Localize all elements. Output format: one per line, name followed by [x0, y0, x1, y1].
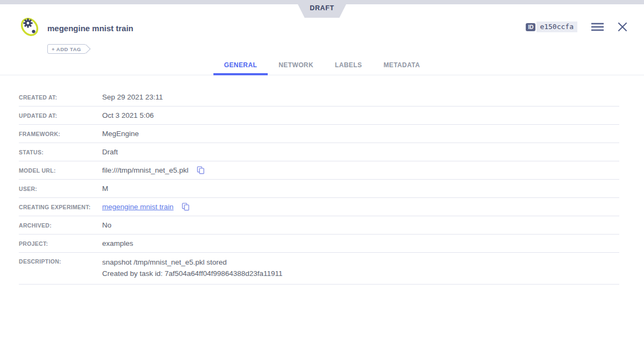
table-row-description: DESCRIPTION: snapshot /tmp/mnist_net_e5.… [19, 253, 619, 285]
row-label: USER: [19, 186, 102, 192]
row-label: MODEL URL: [19, 167, 102, 174]
status-ribbon-label: DRAFT [310, 4, 334, 12]
row-value: Sep 29 2021 23:11 [102, 93, 163, 101]
row-label: DESCRIPTION: [19, 257, 102, 265]
row-value: No [102, 221, 111, 229]
details-table: CREATED AT: Sep 29 2021 23:11 UPDATED AT… [19, 88, 619, 285]
row-label: FRAMEWORK: [19, 131, 102, 137]
tab-network-label: NETWORK [278, 61, 313, 69]
tab-general-label: GENERAL [224, 61, 257, 69]
table-row-framework: FRAMEWORK: MegEngine [19, 125, 619, 143]
row-value: MegEngine [102, 130, 139, 138]
hamburger-menu-icon[interactable] [591, 23, 604, 31]
row-label: ARCHIVED: [19, 222, 102, 229]
table-row-creating-experiment: CREATING EXPERIMENT: megengine mnist tra… [19, 198, 619, 216]
id-badge: ID e150ccfa [526, 22, 577, 32]
row-label: UPDATED AT: [19, 112, 102, 119]
model-url-value: file:///tmp/mnist_net_e5.pkl [102, 166, 189, 174]
add-tag-label: + ADD TAG [52, 46, 81, 52]
row-label: CREATED AT: [19, 94, 102, 101]
tab-labels-label: LABELS [335, 61, 362, 69]
creating-experiment-link[interactable]: megengine mnist train [102, 203, 174, 211]
table-row-created-at: CREATED AT: Sep 29 2021 23:11 [19, 88, 619, 106]
tab-bar: GENERAL NETWORK LABELS METADATA [0, 55, 644, 75]
add-tag-tag-tip [81, 45, 90, 54]
row-value: Draft [102, 148, 118, 156]
tab-network[interactable]: NETWORK [268, 55, 324, 75]
row-value: Oct 3 2021 5:06 [102, 111, 154, 119]
tab-metadata[interactable]: METADATA [373, 55, 431, 75]
id-chip: ID [526, 23, 535, 31]
table-row-user: USER: M [19, 180, 619, 198]
table-row-updated-at: UPDATED AT: Oct 3 2021 5:06 [19, 106, 619, 125]
tab-metadata-label: METADATA [383, 61, 420, 69]
page-title: megengine mnist train [47, 24, 133, 33]
tab-labels[interactable]: LABELS [324, 55, 373, 75]
header-controls: ID e150ccfa [526, 22, 627, 32]
model-details-panel: DRAFT megengine mnist [0, 0, 644, 355]
table-row-archived: ARCHIVED: No [19, 216, 619, 235]
row-value: M [102, 184, 108, 193]
tab-general[interactable]: GENERAL [213, 55, 268, 75]
row-label: STATUS: [19, 149, 102, 155]
row-value: examples [102, 239, 133, 247]
id-value[interactable]: e150ccfa [536, 22, 577, 32]
row-label: CREATING EXPERIMENT: [19, 204, 102, 210]
model-gear-icon [19, 15, 42, 39]
row-label: PROJECT: [19, 240, 102, 247]
description-line-2: Created by task id: 7af504a64ff04f998643… [102, 268, 283, 279]
table-row-status: STATUS: Draft [19, 143, 619, 161]
close-icon[interactable] [618, 22, 627, 32]
table-row-project: PROJECT: examples [19, 235, 619, 253]
table-row-model-url: MODEL URL: file:///tmp/mnist_net_e5.pkl [19, 161, 619, 180]
add-tag-button[interactable]: + ADD TAG [47, 44, 86, 54]
copy-icon[interactable] [196, 166, 205, 175]
status-ribbon: DRAFT [296, 0, 348, 18]
copy-icon[interactable] [181, 202, 190, 211]
description-line-1: snapshot /tmp/mnist_net_e5.pkl stored [102, 257, 283, 268]
